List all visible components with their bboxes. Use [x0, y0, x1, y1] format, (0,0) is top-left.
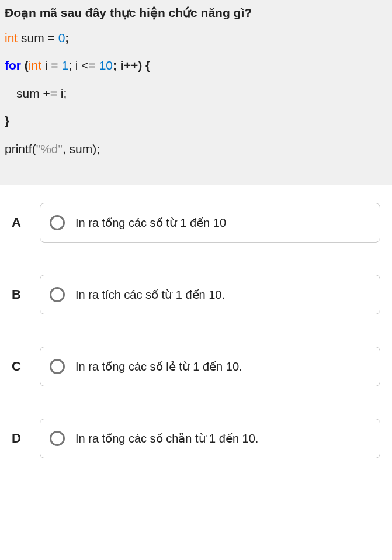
radio-icon[interactable]	[50, 215, 65, 230]
option-box-d[interactable]: In ra tổng các số chẵn từ 1 đến 10.	[40, 419, 380, 458]
code-token: sum += i;	[16, 87, 67, 100]
radio-icon[interactable]	[50, 359, 65, 374]
code-line-2: for (int i = 1; i <= 10; i++) {	[5, 57, 387, 74]
option-text: In ra tổng các số lẻ từ 1 đến 10.	[75, 359, 242, 374]
code-token: 0	[58, 31, 65, 44]
code-token: sum =	[18, 31, 58, 44]
option-text: In ra tổng các số chẵn từ 1 đến 10.	[75, 431, 258, 445]
code-token: "%d"	[36, 142, 63, 155]
question-block: Đoạn mã sau đây thực hiện chức năng gì? …	[0, 0, 392, 185]
code-line-4: }	[5, 112, 387, 129]
options-list: A In ra tổng các số từ 1 đến 10 B In ra …	[0, 185, 392, 502]
code-token: ;	[65, 31, 69, 44]
option-box-c[interactable]: In ra tổng các số lẻ từ 1 đến 10.	[40, 347, 380, 386]
code-token: for	[5, 58, 21, 72]
code-token: int	[29, 58, 41, 72]
code-token: ; i++) {	[113, 58, 150, 72]
option-row-d: D In ra tổng các số chẵn từ 1 đến 10.	[12, 419, 380, 458]
code-token: ; i <=	[68, 58, 99, 72]
code-token: 1	[61, 58, 68, 72]
option-letter: C	[12, 359, 40, 374]
radio-icon[interactable]	[50, 431, 65, 446]
option-row-c: C In ra tổng các số lẻ từ 1 đến 10.	[12, 347, 380, 386]
option-box-b[interactable]: In ra tích các số từ 1 đến 10.	[40, 275, 380, 314]
radio-icon[interactable]	[50, 287, 65, 302]
option-letter: A	[12, 215, 40, 230]
question-title: Đoạn mã sau đây thực hiện chức năng gì?	[5, 6, 387, 20]
code-token: i =	[41, 58, 61, 72]
option-letter: B	[12, 287, 40, 302]
option-row-b: B In ra tích các số từ 1 đến 10.	[12, 275, 380, 314]
code-token: int	[5, 31, 18, 44]
code-line-3: sum += i;	[5, 85, 387, 102]
code-token: printf(	[5, 142, 36, 155]
option-row-a: A In ra tổng các số từ 1 đến 10	[12, 203, 380, 243]
option-letter: D	[12, 431, 40, 446]
option-text: In ra tổng các số từ 1 đến 10	[75, 216, 226, 230]
code-token: (	[21, 58, 29, 72]
code-token: , sum);	[63, 142, 100, 155]
option-text: In ra tích các số từ 1 đến 10.	[75, 288, 225, 302]
code-token: }	[5, 114, 9, 127]
code-line-1: int sum = 0;	[5, 29, 387, 46]
option-box-a[interactable]: In ra tổng các số từ 1 đến 10	[40, 203, 380, 243]
code-token: 10	[99, 58, 113, 72]
code-line-5: printf("%d", sum);	[5, 140, 387, 157]
